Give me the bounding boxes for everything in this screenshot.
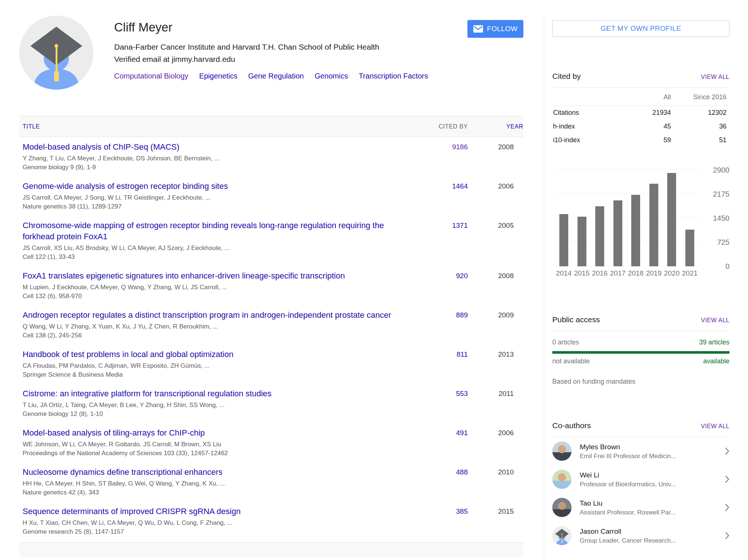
publication-authors: M Lupien, J Eeckhoute, CA Meyer, Q Wang,… (23, 283, 408, 292)
sort-by-cited-header[interactable]: CITED BY (408, 123, 468, 130)
cited-by-count-link[interactable]: 889 (456, 311, 468, 319)
citations-chart-years: 20142015201620172018201920202021 (555, 269, 699, 277)
publication-year: 2008 (468, 141, 523, 172)
stat-label: Citations (552, 106, 631, 120)
cited-by-count-link[interactable]: 491 (456, 429, 468, 437)
cited-by-count-link[interactable]: 9186 (452, 143, 468, 151)
cited-by-count-link[interactable]: 553 (456, 390, 468, 397)
publication-title-link[interactable]: Chromosome-wide mapping of estrogen rece… (23, 220, 408, 242)
chart-ytick-label: 2175 (703, 190, 729, 199)
cited-by-count-link[interactable]: 1464 (452, 182, 468, 190)
publication-authors: H Xu, T Xiao, CH Chen, W Li, CA Meyer, Q… (23, 519, 408, 527)
publication-title-link[interactable]: Androgen receptor regulates a distinct t… (23, 310, 408, 321)
coauthor-description: Emil Frei III Professor of Medicin... (580, 452, 702, 460)
sort-by-title-header[interactable]: TITLE (19, 123, 408, 130)
coauthor-avatar (552, 498, 572, 517)
chart-bar[interactable] (631, 195, 640, 266)
publication-venue: Genome biology 12 (8), 1-10 (23, 410, 408, 419)
publication-venue: Genome biology 9 (9), 1-9 (23, 163, 408, 172)
interest-link[interactable]: Computational Biology (114, 72, 188, 80)
table-row: Model-based analysis of tiling-arrays fo… (19, 423, 523, 462)
sort-by-year-header[interactable]: YEAR (468, 123, 523, 130)
stat-row: i10-index 59 51 (552, 133, 729, 147)
citation-stats-table: All Since 2016 Citations 21934 12302 h-i… (552, 88, 729, 147)
table-row: Androgen receptor regulates a distinct t… (19, 305, 523, 344)
publication-year: 2006 (468, 181, 523, 211)
chart-bar[interactable] (559, 214, 568, 266)
publication-title-link[interactable]: Sequence determinants of improved CRISPR… (23, 506, 408, 517)
chart-year-label: 2014 (555, 269, 572, 277)
interest-link[interactable]: Genomics (315, 72, 348, 80)
cited-by-count-link[interactable]: 920 (456, 272, 468, 280)
publications-list: Model-based analysis of ChIP-Seq (MACS) … (19, 137, 523, 541)
publication-authors: WE Johnson, W Li, CA Meyer, R Gottardo, … (23, 440, 408, 449)
chart-bar[interactable] (577, 217, 586, 266)
main-column: Cliff Meyer Dana-Farber Cancer Institute… (19, 0, 523, 557)
publication-year: 2008 (468, 270, 523, 301)
cited-by-count-link[interactable]: 488 (456, 468, 468, 476)
show-more-bar[interactable] (19, 542, 523, 557)
publication-authors: Q Wang, W Li, Y Zhang, X Yuan, K Xu, J Y… (23, 322, 408, 331)
chevron-right-icon (722, 531, 729, 540)
envelope-icon (473, 25, 483, 33)
publication-authors: T Liu, JA Ortiz, L Taing, CA Meyer, B Le… (23, 401, 408, 410)
interest-link[interactable]: Transcription Factors (359, 72, 428, 80)
table-row: Sequence determinants of improved CRISPR… (19, 501, 523, 541)
profile-verified-email: Verified email at jimmy.harvard.edu (114, 54, 523, 64)
publication-title-link[interactable]: Model-based analysis of tiling-arrays fo… (23, 427, 408, 439)
page-title: Cliff Meyer (114, 21, 523, 34)
public-access-available-count[interactable]: 39 articles (699, 339, 729, 346)
public-access-progress-bar (552, 351, 729, 354)
chart-bar[interactable] (613, 200, 622, 266)
sidebar-column: GET MY OWN PROFILE Cited by VIEW ALL All… (552, 0, 729, 550)
publication-title-link[interactable]: Nucleosome dynamics define transcription… (23, 467, 408, 478)
chart-bar[interactable] (685, 230, 694, 266)
chevron-right-icon (722, 503, 729, 512)
publication-title-link[interactable]: Cistrome: an integrative platform for tr… (23, 388, 408, 399)
publication-title-link[interactable]: Model-based analysis of ChIP-Seq (MACS) (23, 141, 408, 153)
cited-by-view-all-link[interactable]: VIEW ALL (701, 74, 729, 80)
public-access-view-all-link[interactable]: VIEW ALL (701, 317, 729, 324)
table-row: Model-based analysis of ChIP-Seq (MACS) … (19, 137, 523, 176)
chart-ytick-label: 725 (703, 238, 729, 247)
chart-bar[interactable] (595, 206, 604, 266)
table-row: Cistrome: an integrative platform for tr… (19, 384, 523, 423)
stat-row: h-index 45 36 (552, 120, 729, 133)
publication-year: 2013 (468, 349, 523, 379)
publication-title-link[interactable]: Genome-wide analysis of estrogen recepto… (23, 181, 408, 192)
publication-authors: Y Zhang, T Liu, CA Meyer, J Eeckhoute, D… (23, 154, 408, 163)
get-my-own-profile-button[interactable]: GET MY OWN PROFILE (552, 20, 729, 37)
stats-col-since: Since 2016 (674, 88, 729, 106)
publication-year: 2010 (468, 467, 523, 497)
coauthor-list-item[interactable]: Tao Liu Assistant Professor, Roswell Par… (552, 493, 729, 521)
interest-link[interactable]: Epigenetics (199, 72, 237, 80)
citation-stats-rows: Citations 21934 12302 h-index 45 36 i10-… (552, 106, 729, 147)
chart-bar[interactable] (667, 173, 676, 266)
publication-venue: Springer Science & Business Media (23, 370, 408, 379)
coauthor-list-item[interactable]: Wei Li Professor of Bioinformatics, Univ… (552, 465, 729, 493)
stat-label: h-index (552, 120, 631, 133)
chart-bar[interactable] (649, 184, 658, 266)
table-row: Handbook of test problems in local and g… (19, 344, 523, 384)
publication-title-link[interactable]: Handbook of test problems in local and g… (23, 349, 408, 360)
coauthor-avatar (552, 470, 572, 489)
follow-button[interactable]: FOLLOW (467, 20, 523, 38)
interest-link[interactable]: Gene Regulation (248, 72, 304, 80)
publication-year: 2006 (468, 427, 523, 458)
coauthor-list-item[interactable]: Myles Brown Emil Frei III Professor of M… (552, 437, 729, 465)
coauthors-title: Co-authors (552, 421, 591, 430)
cited-by-count-link[interactable]: 385 (456, 507, 468, 515)
profile-avatar[interactable] (19, 16, 93, 90)
coauthors-view-all-link[interactable]: VIEW ALL (701, 423, 729, 430)
cited-by-count-link[interactable]: 811 (457, 350, 468, 358)
table-row: Genome-wide analysis of estrogen recepto… (19, 176, 523, 216)
stat-label: i10-index (552, 133, 631, 147)
table-row: Chromosome-wide mapping of estrogen rece… (19, 216, 523, 266)
scholar-default-avatar-icon (19, 84, 93, 91)
coauthor-list-item[interactable]: Jason Carroll Group Leader, Cancer Resea… (552, 521, 729, 550)
profile-affiliation: Dana-Farber Cancer Institute and Harvard… (114, 42, 523, 52)
publication-title-link[interactable]: FoxA1 translates epigenetic signatures i… (23, 270, 408, 281)
publication-venue: Cell 122 (1), 33-43 (23, 253, 408, 261)
chart-year-label: 2020 (663, 269, 680, 277)
cited-by-count-link[interactable]: 1371 (452, 221, 468, 229)
